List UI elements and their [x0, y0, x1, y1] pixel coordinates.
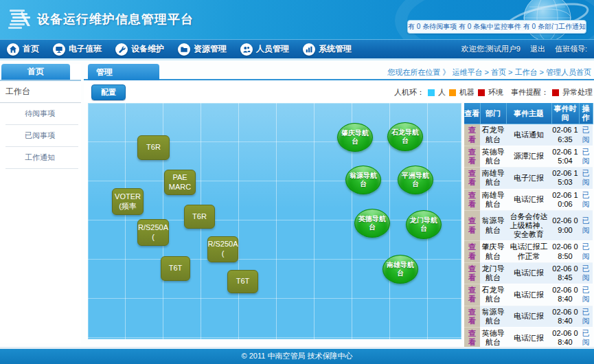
- status-cell: 已阅: [579, 210, 593, 241]
- time-cell: 02-06 08:40: [551, 284, 579, 306]
- table-row: 查看 石龙导航台 电话通知 02-06 16:35 已阅: [464, 124, 593, 146]
- legend-machine-swatch: [449, 89, 456, 96]
- content-tabstrip: 管理 您现在所在位置 》 运维平台 > 首页 > 工作台 > 管理人员首页: [84, 64, 594, 80]
- sidebar-item-notices[interactable]: 工作通知: [5, 147, 78, 169]
- dept-cell: 石龙导航台: [480, 124, 506, 146]
- device-node-t6r-1[interactable]: T6R: [137, 135, 170, 160]
- device-node-t6t-2[interactable]: T6T: [227, 270, 258, 293]
- subject-cell: 电话汇报工作正常: [506, 241, 551, 262]
- time-cell: 02-06 08:45: [551, 262, 579, 284]
- main-nav: 首页 电子值班 设备维护 资源管理 人员管理: [0, 39, 594, 60]
- duty-leader-label: 值班领导:: [555, 44, 587, 54]
- dept-cell: 英德导航台: [480, 327, 506, 348]
- event-table: 查看 部门 事件主题 事件时间 操作 查看 石龙导航台 电话通知 02-06 1…: [464, 103, 593, 349]
- subject-cell: 电话通知: [506, 124, 551, 146]
- col-header-view: 查看: [464, 103, 480, 124]
- logo: [7, 5, 34, 33]
- sidebar-item-pending[interactable]: 待阅事项: [5, 103, 78, 125]
- page-title: 设备运行维护信息管理平台: [37, 11, 194, 27]
- app-header: 设备运行维护信息管理平台 有 0 条待阅事项 有 0 条集中监控事件 有 0 条…: [0, 0, 594, 39]
- station-map: T6R PAE MARC VOTER (频率 T6R R/S250A ( R/S…: [88, 103, 461, 339]
- nav-user-area: 欢迎您:测试用户9 退出 值班领导:: [461, 44, 594, 54]
- status-cell: 已阅: [579, 284, 593, 306]
- station-node-wengyuan[interactable]: 翁源导航 台: [345, 166, 381, 194]
- time-cell: 02-06 16:35: [551, 124, 579, 146]
- nav-item-maintenance[interactable]: 设备维护: [108, 40, 171, 58]
- subject-cell: 源潭汇报: [506, 146, 551, 167]
- subject-cell: 台务会传达上级精神、安全教育: [506, 210, 551, 241]
- legend: 人机环： 人 机器 环境 事件提醒： 异常处理: [394, 87, 593, 98]
- nav-label: 设备维护: [131, 43, 164, 55]
- view-link[interactable]: 查看: [464, 210, 480, 241]
- time-cell: 02-06 10:06: [551, 189, 579, 210]
- device-node-pae-marc[interactable]: PAE MARC: [164, 170, 196, 195]
- table-row: 查看 龙门导航台 电话汇报 02-06 08:45 已阅: [464, 262, 593, 284]
- tab-management[interactable]: 管理: [88, 64, 159, 80]
- station-node-yingde[interactable]: 英德导航 台: [354, 209, 390, 238]
- table-row: 查看 肇庆导航台 电话汇报工作正常 02-06 08:50 已阅: [464, 241, 593, 262]
- time-cell: 02-06 15:04: [551, 146, 579, 167]
- view-link[interactable]: 查看: [464, 241, 480, 262]
- nav-item-home[interactable]: 首页: [0, 40, 46, 58]
- monitor-icon: [53, 43, 65, 56]
- station-node-zhaoqing[interactable]: 肇庆导航 台: [337, 123, 373, 152]
- view-link[interactable]: 查看: [464, 189, 480, 210]
- dept-cell: 肇庆导航台: [480, 241, 506, 262]
- station-node-shilong[interactable]: 石龙导航 台: [387, 122, 423, 151]
- welcome-text: 欢迎您:测试用户9: [461, 44, 521, 54]
- subject-cell: 电话汇报: [506, 284, 551, 306]
- col-header-dept: 部门: [480, 103, 506, 124]
- nav-item-system[interactable]: 系统管理: [296, 40, 358, 58]
- view-link[interactable]: 查看: [464, 306, 480, 327]
- nav-item-personnel[interactable]: 人员管理: [233, 40, 296, 58]
- legend-group-label: 人机环：: [394, 87, 424, 98]
- logout-link[interactable]: 退出: [530, 44, 545, 54]
- device-node-t6t-1[interactable]: T6T: [161, 256, 190, 281]
- sidebar-section-workbench[interactable]: 工作台: [0, 81, 81, 103]
- col-header-op: 操作: [579, 103, 593, 124]
- people-icon: [240, 43, 253, 56]
- legend-person-label: 人: [438, 87, 446, 98]
- table-row: 查看 南雄导航台 电子汇报 02-06 15:03 已阅: [464, 168, 593, 189]
- status-cell: 已阅: [579, 146, 593, 167]
- table-row: 查看 南雄导航台 电话汇报 02-06 10:06 已阅: [464, 189, 593, 210]
- view-link[interactable]: 查看: [464, 146, 480, 167]
- device-node-t6r-2[interactable]: T6R: [184, 205, 215, 229]
- notification-summary: 有 0 条待阅事项 有 0 条集中监控事件 有 0 条部门工作通知: [407, 20, 586, 34]
- col-header-subject: 事件主题: [506, 103, 551, 124]
- time-cell: 02-06 09:00: [551, 210, 579, 241]
- device-node-voter[interactable]: VOTER (频率: [112, 188, 144, 215]
- view-link[interactable]: 查看: [464, 168, 480, 189]
- table-row: 查看 翁源导航台 电话汇报 02-06 08:40 已阅: [464, 306, 593, 327]
- station-node-longmen[interactable]: 龙门导航 台: [406, 210, 442, 239]
- table-row: 查看 英德导航台 源潭汇报 02-06 15:04 已阅: [464, 146, 593, 167]
- nav-label: 电子值班: [69, 43, 102, 55]
- view-link[interactable]: 查看: [464, 124, 480, 146]
- legend-environment-label: 环境: [488, 87, 503, 98]
- time-cell: 02-06 15:03: [551, 168, 579, 189]
- nav-item-duty[interactable]: 电子值班: [46, 40, 108, 58]
- app-window: 设备运行维护信息管理平台 有 0 条待阅事项 有 0 条集中监控事件 有 0 条…: [0, 0, 594, 364]
- view-link[interactable]: 查看: [464, 327, 480, 348]
- wrench-icon: [115, 43, 128, 56]
- chart-icon: [303, 43, 315, 56]
- device-node-rs250a-1[interactable]: R/S250A (: [137, 219, 169, 246]
- time-cell: 02-06 08:50: [551, 241, 579, 262]
- sidebar-item-read[interactable]: 已阅事项: [5, 125, 78, 147]
- config-button[interactable]: 配置: [91, 84, 126, 100]
- status-cell: 已阅: [579, 327, 593, 348]
- device-node-rs250a-2[interactable]: R/S250A (: [207, 236, 238, 262]
- time-cell: 02-06 08:40: [551, 327, 579, 348]
- legend-environment-swatch: [478, 89, 485, 96]
- view-link[interactable]: 查看: [464, 284, 480, 306]
- station-node-pingzhou[interactable]: 平洲导航 台: [398, 166, 433, 194]
- sidebar: 首页 工作台 待阅事项 已阅事项 工作通知: [0, 64, 81, 343]
- nav-item-resources[interactable]: 资源管理: [171, 40, 233, 58]
- status-cell: 已阅: [579, 241, 593, 262]
- station-node-nanxiong[interactable]: 南雄导航 台: [382, 255, 418, 284]
- nav-label: 系统管理: [319, 43, 352, 55]
- dept-cell: 南雄导航台: [480, 189, 506, 210]
- sidebar-tab-home[interactable]: 首页: [1, 64, 70, 80]
- legend-person-swatch: [428, 89, 435, 96]
- view-link[interactable]: 查看: [464, 262, 480, 284]
